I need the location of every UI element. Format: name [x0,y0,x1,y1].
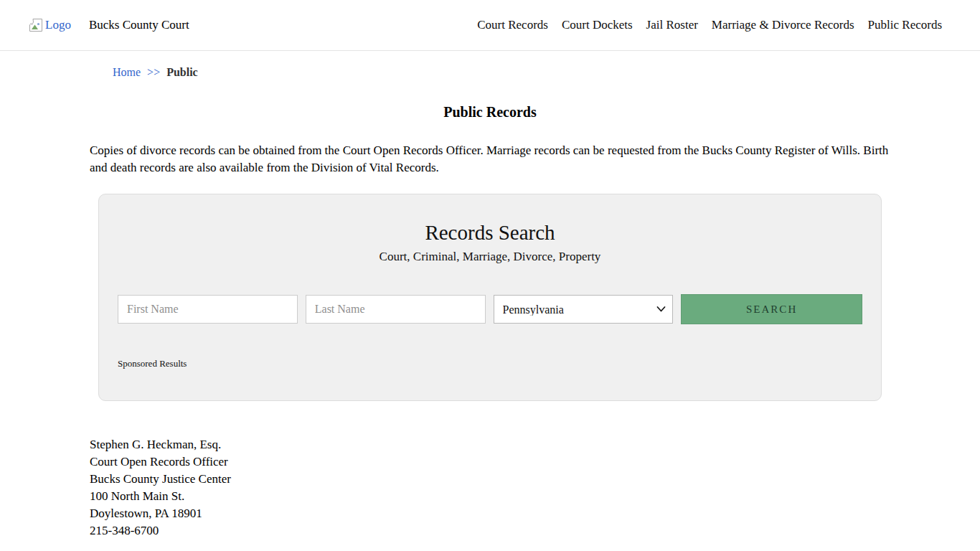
broken-image-icon [29,18,43,32]
nav-item-court-records[interactable]: Court Records [477,18,548,32]
main-content: Home>>Public Public Records Copies of di… [90,66,890,551]
contact-block: Stephen G. Heckman, Esq. Court Open Reco… [90,436,890,551]
search-form: Pennsylvania SEARCH [118,294,862,324]
main-nav: Court Records Court Dockets Jail Roster … [477,18,942,32]
contact-city: Doylestown, PA 18901 [90,505,890,522]
sponsored-results-label: Sponsored Results [118,358,862,369]
search-button[interactable]: SEARCH [681,294,862,324]
site-title: Bucks County Court [89,18,189,32]
intro-text: Copies of divorce records can be obtaine… [90,142,890,176]
nav-item-jail-roster[interactable]: Jail Roster [646,18,698,32]
contact-title: Court Open Records Officer [90,453,890,471]
breadcrumb-home-link[interactable]: Home [113,66,141,78]
last-name-input[interactable] [306,295,486,324]
logo-alt-text: Logo [45,18,71,32]
page-title: Public Records [90,104,890,121]
records-search-panel: Records Search Court, Criminal, Marriage… [98,194,882,401]
contact-building: Bucks County Justice Center [90,471,890,488]
contact-phone: 215-348-6700 [90,522,890,540]
breadcrumb-separator: >> [147,66,160,78]
nav-item-marriage-divorce-records[interactable]: Marriage & Divorce Records [712,18,854,32]
state-select[interactable]: Pennsylvania [494,295,674,324]
search-panel-title: Records Search [118,221,862,245]
search-panel-subtitle: Court, Criminal, Marriage, Divorce, Prop… [118,250,862,264]
logo-link[interactable]: Logo [29,18,71,32]
nav-item-public-records[interactable]: Public Records [868,18,942,32]
breadcrumb-current: Public [166,66,198,78]
contact-street: 100 North Main St. [90,488,890,505]
header: Logo Bucks County Court Court Records Co… [0,0,980,51]
contact-name: Stephen G. Heckman, Esq. [90,436,890,453]
nav-item-court-dockets[interactable]: Court Dockets [562,18,633,32]
breadcrumb: Home>>Public [90,66,890,79]
first-name-input[interactable] [118,295,298,324]
